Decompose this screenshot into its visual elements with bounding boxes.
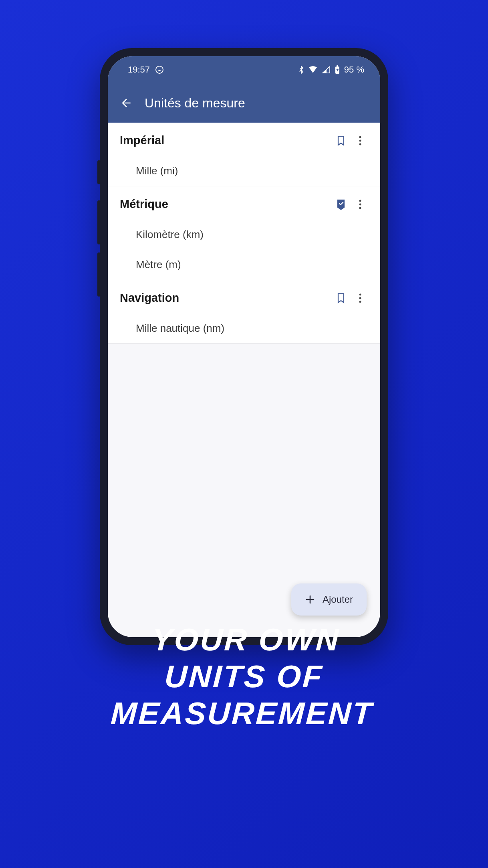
status-bar: 19:57 95 % [108,56,380,83]
bookmark-icon[interactable] [330,135,352,146]
group-metrique: Métrique Kilomètre (km) Mètre (m) [108,186,380,280]
tagline-line: MEASUREMENT [0,695,487,732]
marketing-tagline: YOUR OWN UNITS OF MEASUREMENT [0,621,488,732]
more-icon[interactable] [352,293,368,303]
svg-point-4 [359,139,361,141]
group-imperial: Impérial Mille (mi) [108,123,380,186]
group-title: Impérial [120,134,330,147]
signal-icon [322,66,331,74]
circle-icon [155,66,163,74]
svg-point-3 [359,136,361,138]
more-icon[interactable] [352,200,368,209]
svg-point-6 [359,200,361,202]
phone-side-button [97,200,101,244]
status-battery-text: 95 % [344,65,364,75]
battery-icon [335,65,340,74]
group-header[interactable]: Impérial [108,123,380,156]
app-bar: Unités de mesure [108,83,380,123]
back-icon[interactable] [120,97,133,109]
wifi-icon [308,66,318,74]
svg-point-11 [359,301,361,303]
bookmark-selected-icon[interactable] [330,198,352,210]
page-title: Unités de mesure [145,96,245,111]
group-header[interactable]: Métrique [108,186,380,220]
content-list[interactable]: Impérial Mille (mi) Métrique [108,123,380,344]
plus-icon [305,594,315,605]
svg-point-9 [359,293,361,295]
svg-point-5 [359,143,361,145]
group-title: Navigation [120,291,330,305]
fab-label: Ajouter [323,594,353,605]
list-item[interactable]: Mètre (m) [108,250,380,280]
add-button[interactable]: Ajouter [291,583,367,616]
tagline-line: UNITS OF [0,658,488,695]
bookmark-icon[interactable] [330,293,352,304]
svg-rect-2 [337,65,338,67]
svg-point-10 [359,297,361,299]
group-navigation: Navigation Mille nautique (nm) [108,280,380,344]
list-item[interactable]: Mille nautique (nm) [108,313,380,343]
svg-point-7 [359,203,361,205]
bluetooth-icon [298,65,304,74]
group-header[interactable]: Navigation [108,280,380,313]
svg-point-0 [156,66,163,73]
phone-screen: 19:57 95 % [108,56,380,637]
tagline-line: YOUR OWN [1,621,488,658]
list-item[interactable]: Kilomètre (km) [108,220,380,250]
phone-frame: 19:57 95 % [100,48,388,645]
phone-side-button [97,252,101,297]
phone-side-button [97,160,101,184]
status-time: 19:57 [128,65,150,75]
more-icon[interactable] [352,136,368,145]
svg-point-8 [359,207,361,209]
group-title: Métrique [120,198,330,211]
list-item[interactable]: Mille (mi) [108,156,380,186]
